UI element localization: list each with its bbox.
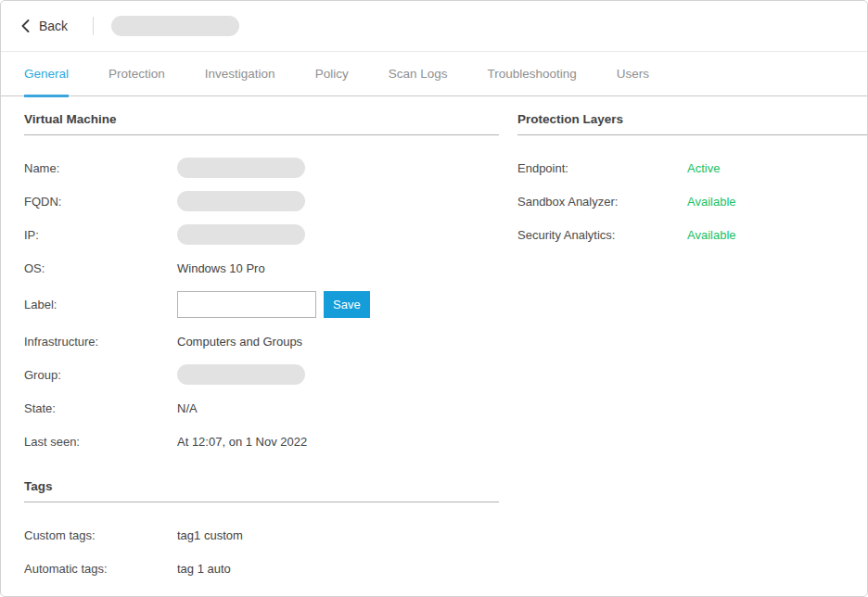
- field-label: Custom tags:: [24, 528, 177, 542]
- field-label: Sandbox Analyzer:: [517, 195, 687, 209]
- field-row-group: Group:: [24, 364, 499, 385]
- field-value: At 12:07, on 1 Nov 2022: [177, 435, 307, 449]
- tab-protection[interactable]: Protection: [108, 52, 165, 95]
- field-label: OS:: [24, 261, 177, 275]
- right-column: Protection Layers Endpoint: Active Sandb…: [517, 96, 867, 578]
- field-label: IP:: [24, 228, 177, 242]
- field-label: State:: [24, 401, 177, 415]
- virtual-machine-section-title: Virtual Machine: [24, 96, 499, 135]
- field-value: tag1 custom: [177, 528, 243, 542]
- field-row-custom-tags: Custom tags: tag1 custom: [24, 525, 499, 545]
- redacted-value: [177, 191, 305, 211]
- tags-section-title: Tags: [24, 464, 499, 502]
- field-label: Infrastructure:: [24, 335, 177, 349]
- field-row-security-analytics: Security Analytics: Available: [517, 224, 867, 245]
- tab-scan-logs[interactable]: Scan Logs: [389, 52, 448, 95]
- field-value: N/A: [177, 401, 198, 415]
- tab-users[interactable]: Users: [617, 52, 649, 95]
- field-label: Label:: [24, 298, 177, 311]
- header-bar: Back: [1, 1, 867, 52]
- field-row-label: Label: Save: [24, 291, 499, 318]
- tab-troubleshooting[interactable]: Troubleshooting: [487, 52, 576, 95]
- redacted-value: [177, 158, 305, 178]
- left-column: Virtual Machine Name: FQDN: IP: OS: Wind…: [24, 96, 499, 578]
- field-row-sandbox-analyzer: Sandbox Analyzer: Available: [517, 191, 867, 211]
- back-label: Back: [39, 19, 68, 33]
- field-label: Last seen:: [24, 435, 177, 449]
- field-value: Computers and Groups: [177, 335, 302, 349]
- chevron-left-icon: [21, 19, 30, 32]
- field-row-automatic-tags: Automatic tags: tag 1 auto: [24, 558, 499, 578]
- field-value: tag 1 auto: [177, 562, 231, 576]
- redacted-value: [177, 224, 305, 245]
- tab-policy[interactable]: Policy: [315, 52, 349, 95]
- field-label: Name:: [24, 161, 177, 175]
- status-value: Available: [687, 195, 736, 209]
- field-label: Endpoint:: [517, 161, 687, 175]
- field-row-last-seen: Last seen: At 12:07, on 1 Nov 2022: [24, 431, 499, 451]
- field-value: Windows 10 Pro: [177, 261, 265, 275]
- content-area: Virtual Machine Name: FQDN: IP: OS: Wind…: [1, 96, 867, 578]
- machine-details-window: Back General Protection Investigation Po…: [0, 0, 868, 597]
- header-divider: [93, 17, 94, 35]
- field-row-infrastructure: Infrastructure: Computers and Groups: [24, 331, 499, 351]
- field-row-os: OS: Windows 10 Pro: [24, 258, 499, 278]
- protection-layers-section-title: Protection Layers: [517, 96, 867, 135]
- tab-bar: General Protection Investigation Policy …: [1, 52, 867, 96]
- status-value: Active: [687, 161, 720, 175]
- field-row-fqdn: FQDN:: [24, 191, 499, 211]
- field-label: FQDN:: [24, 195, 177, 209]
- back-button[interactable]: Back: [21, 19, 68, 33]
- field-row-state: State: N/A: [24, 398, 499, 418]
- field-label: Security Analytics:: [517, 228, 687, 242]
- field-row-name: Name:: [24, 158, 499, 178]
- redacted-machine-name: [111, 16, 239, 36]
- tab-general[interactable]: General: [24, 52, 69, 95]
- save-button[interactable]: Save: [324, 291, 370, 318]
- field-label: Automatic tags:: [24, 562, 177, 576]
- field-row-endpoint: Endpoint: Active: [517, 158, 867, 178]
- field-label: Group:: [24, 368, 177, 382]
- tab-investigation[interactable]: Investigation: [205, 52, 275, 95]
- redacted-value: [177, 364, 305, 385]
- field-row-ip: IP:: [24, 224, 499, 245]
- label-input[interactable]: [177, 291, 316, 318]
- status-value: Available: [687, 228, 736, 242]
